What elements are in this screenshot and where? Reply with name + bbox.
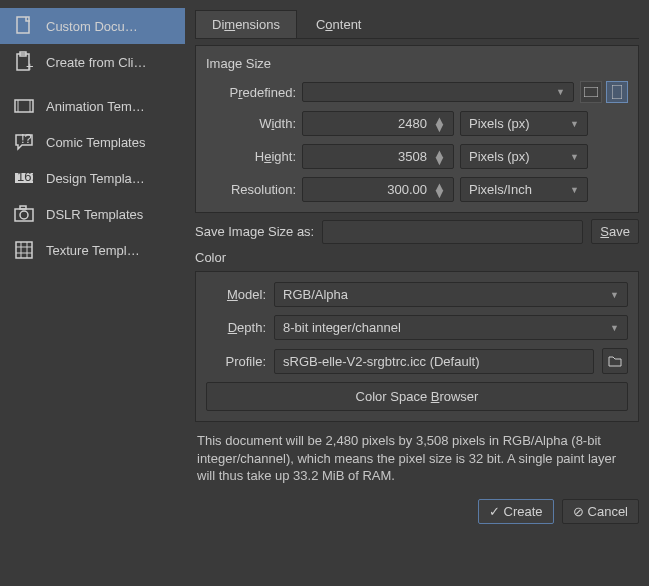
- sidebar: Custom Docu… + Create from Cli… Animatio…: [0, 0, 185, 586]
- camera-icon: [12, 202, 36, 226]
- model-label: Model:: [206, 287, 266, 302]
- tab-content[interactable]: Content: [299, 10, 379, 38]
- save-row: Save Image Size as: Save: [195, 219, 639, 244]
- predefined-label: Predefined:: [206, 85, 296, 100]
- sidebar-item-label: Design Templa…: [46, 171, 145, 186]
- tab-dimensions[interactable]: Dimensions: [195, 10, 297, 38]
- svg-text:+: +: [26, 59, 34, 73]
- svg-rect-18: [584, 87, 598, 97]
- svg-rect-0: [17, 17, 29, 33]
- separator: [0, 80, 185, 88]
- width-label: Width:: [206, 116, 296, 131]
- clipboard-add-icon: +: [12, 50, 36, 74]
- color-space-browser-button[interactable]: Color Space Browser: [206, 382, 628, 411]
- sidebar-item-label: Texture Templ…: [46, 243, 140, 258]
- image-size-title: Image Size: [206, 56, 628, 71]
- depth-label: Depth:: [206, 320, 266, 335]
- depth-row: Depth: 8-bit integer/channel▼: [206, 315, 628, 340]
- profile-label: Profile:: [206, 354, 266, 369]
- footer: ✓ Create ⊘ Cancel: [195, 495, 639, 524]
- sidebar-item-label: Create from Cli…: [46, 55, 146, 70]
- orientation-toggle: [580, 81, 628, 103]
- width-row: Width: ▲▼ Pixels (px)▼: [206, 111, 628, 136]
- resolution-row: Resolution: ▲▼ Pixels/Inch▼: [206, 177, 628, 202]
- sidebar-item-custom-document[interactable]: Custom Docu…: [0, 8, 185, 44]
- resolution-input[interactable]: ▲▼: [302, 177, 454, 202]
- svg-rect-19: [612, 85, 622, 99]
- portrait-button[interactable]: [606, 81, 628, 103]
- profile-browse-button[interactable]: [602, 348, 628, 374]
- svg-text:!?: !?: [21, 131, 32, 146]
- main-panel: Dimensions Content Image Size Predefined…: [185, 0, 649, 586]
- svg-rect-12: [20, 206, 26, 209]
- cancel-icon: ⊘: [573, 504, 584, 519]
- summary-text: This document will be 2,480 pixels by 3,…: [195, 428, 639, 489]
- folder-icon: [608, 355, 622, 367]
- sidebar-item-create-clipboard[interactable]: + Create from Cli…: [0, 44, 185, 80]
- landscape-button[interactable]: [580, 81, 602, 103]
- sidebar-item-texture[interactable]: Texture Templ…: [0, 232, 185, 268]
- predefined-combo[interactable]: ▼: [302, 82, 574, 102]
- sidebar-item-design[interactable]: 16:10 Design Templa…: [0, 160, 185, 196]
- svg-text:16:10: 16:10: [17, 169, 35, 184]
- width-input[interactable]: ▲▼: [302, 111, 454, 136]
- sidebar-item-label: Comic Templates: [46, 135, 145, 150]
- predefined-row: Predefined: ▼: [206, 81, 628, 103]
- sidebar-item-dslr[interactable]: DSLR Templates: [0, 196, 185, 232]
- model-row: Model: RGB/Alpha▼: [206, 282, 628, 307]
- color-panel: Model: RGB/Alpha▼ Depth: 8-bit integer/c…: [195, 271, 639, 422]
- save-name-input[interactable]: [322, 220, 583, 244]
- check-icon: ✓: [489, 504, 500, 519]
- sidebar-item-label: Custom Docu…: [46, 19, 138, 34]
- resolution-unit-combo[interactable]: Pixels/Inch▼: [460, 177, 588, 202]
- model-combo[interactable]: RGB/Alpha▼: [274, 282, 628, 307]
- height-label: Height:: [206, 149, 296, 164]
- cancel-button[interactable]: ⊘ Cancel: [562, 499, 639, 524]
- sidebar-item-comic[interactable]: !? Comic Templates: [0, 124, 185, 160]
- ratio-icon: 16:10: [12, 166, 36, 190]
- document-icon: [12, 14, 36, 38]
- sidebar-item-animation[interactable]: Animation Tem…: [0, 88, 185, 124]
- height-input[interactable]: ▲▼: [302, 144, 454, 169]
- color-title: Color: [195, 250, 639, 265]
- profile-combo[interactable]: sRGB-elle-V2-srgbtrc.icc (Default): [274, 349, 594, 374]
- film-icon: [12, 94, 36, 118]
- image-size-panel: Image Size Predefined: ▼ Width: ▲▼ Pixel…: [195, 45, 639, 213]
- save-button[interactable]: Save: [591, 219, 639, 244]
- svg-rect-13: [16, 242, 32, 258]
- tabs: Dimensions Content: [195, 10, 639, 39]
- sidebar-item-label: Animation Tem…: [46, 99, 145, 114]
- svg-point-11: [20, 211, 28, 219]
- sidebar-item-label: DSLR Templates: [46, 207, 143, 222]
- width-unit-combo[interactable]: Pixels (px)▼: [460, 111, 588, 136]
- profile-row: Profile: sRGB-elle-V2-srgbtrc.icc (Defau…: [206, 348, 628, 374]
- texture-icon: [12, 238, 36, 262]
- resolution-label: Resolution:: [206, 182, 296, 197]
- height-row: Height: ▲▼ Pixels (px)▼: [206, 144, 628, 169]
- height-unit-combo[interactable]: Pixels (px)▼: [460, 144, 588, 169]
- depth-combo[interactable]: 8-bit integer/channel▼: [274, 315, 628, 340]
- create-button[interactable]: ✓ Create: [478, 499, 554, 524]
- speech-bubble-icon: !?: [12, 130, 36, 154]
- save-label: Save Image Size as:: [195, 224, 314, 239]
